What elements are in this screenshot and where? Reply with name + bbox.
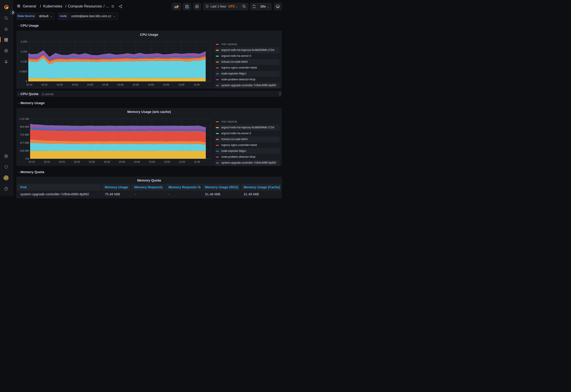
svg-text:477 MiB: 477 MiB <box>20 141 29 144</box>
svg-text:715 MiB: 715 MiB <box>20 133 29 136</box>
svg-text:10:10: 10:10 <box>29 160 35 163</box>
svg-text:10:40: 10:40 <box>119 160 125 163</box>
svg-text:10:35: 10:35 <box>104 160 110 163</box>
svg-text:10:35: 10:35 <box>102 83 108 86</box>
svg-text:10:50: 10:50 <box>149 160 155 163</box>
svg-text:10:25: 10:25 <box>72 83 78 86</box>
svg-text:1.16 GiB: 1.16 GiB <box>19 117 29 120</box>
svg-text:11:05: 11:05 <box>194 160 200 163</box>
svg-text:10:45: 10:45 <box>133 83 139 86</box>
svg-text:10:45: 10:45 <box>134 160 140 163</box>
svg-text:10:55: 10:55 <box>163 83 169 86</box>
svg-text:0: 0 <box>26 80 27 83</box>
svg-text:11:00: 11:00 <box>178 83 185 86</box>
svg-text:10:20: 10:20 <box>59 160 65 163</box>
svg-text:0.200: 0.200 <box>21 40 27 43</box>
svg-text:0.100: 0.100 <box>21 60 27 63</box>
svg-text:10:50: 10:50 <box>148 83 154 86</box>
svg-text:0.0500: 0.0500 <box>19 70 27 73</box>
svg-text:0.150: 0.150 <box>21 50 27 53</box>
svg-text:10:10: 10:10 <box>26 83 32 86</box>
svg-text:10:15: 10:15 <box>44 160 50 163</box>
svg-text:238 MiB: 238 MiB <box>20 149 29 152</box>
svg-text:10:55: 10:55 <box>164 160 170 163</box>
svg-text:954 MiB: 954 MiB <box>20 125 29 128</box>
svg-text:10:30: 10:30 <box>89 160 95 163</box>
svg-text:10:20: 10:20 <box>57 83 63 86</box>
svg-text:11:05: 11:05 <box>194 83 200 86</box>
svg-text:10:30: 10:30 <box>87 83 93 86</box>
svg-text:0 B: 0 B <box>25 157 29 160</box>
svg-text:10:25: 10:25 <box>73 160 80 163</box>
svg-text:11:00: 11:00 <box>179 160 185 163</box>
svg-text:10:40: 10:40 <box>117 83 124 86</box>
svg-text:10:15: 10:15 <box>41 83 48 86</box>
